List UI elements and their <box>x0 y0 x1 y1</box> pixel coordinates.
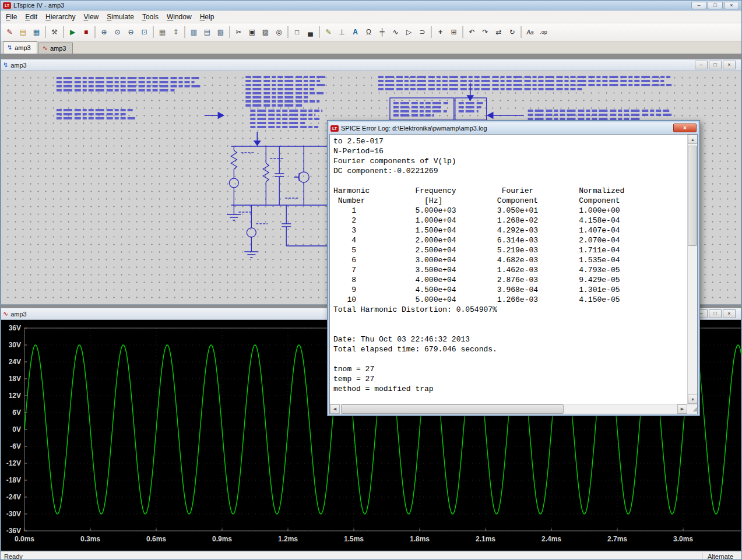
toolbar-separator[interactable] <box>94 26 96 38</box>
menu-item[interactable]: Window <box>163 11 196 23</box>
log-line: Date: Thu Oct 03 22:46:32 2013 <box>333 334 687 344</box>
log-line: Total Harmonic Distortion: 0.054907% <box>333 305 687 315</box>
resistor-icon[interactable]: Ω <box>362 26 375 38</box>
new-schematic-icon[interactable]: ✎ <box>3 26 16 38</box>
cascade-icon[interactable]: ▧ <box>214 26 227 38</box>
log-line: 7 3.500e+04 1.462e-03 4.793e-05 <box>333 265 687 275</box>
ltspice-logo-icon: LT <box>330 125 339 132</box>
scroll-right-icon[interactable]: ▶ <box>677 404 687 414</box>
print-icon[interactable]: ▄ <box>304 26 317 38</box>
halt-icon[interactable]: ■ <box>79 26 93 38</box>
toolbar-separator[interactable] <box>184 26 185 38</box>
save-icon[interactable]: ▦ <box>30 26 43 38</box>
mirror-icon[interactable]: ⇄ <box>492 26 505 38</box>
zoom-full-extents-icon[interactable]: ⊡ <box>138 26 151 38</box>
menu-item[interactable]: Tools <box>138 11 163 23</box>
waveform-restore-button[interactable]: □ <box>709 309 722 318</box>
window-controls: – □ × <box>691 2 739 9</box>
diode-icon[interactable]: ▷ <box>402 26 416 38</box>
vertical-scrollbar[interactable]: ▲ ▼ <box>687 135 697 404</box>
redo-icon[interactable]: ↷ <box>479 26 492 38</box>
svg-text:-18V: -18V <box>6 476 21 484</box>
horizontal-scroll-thumb[interactable] <box>341 404 564 414</box>
tab-amp3-schematic[interactable]: ↯ amp3 <box>3 41 37 54</box>
horizontal-scrollbar[interactable]: ◀ ▶ <box>330 404 687 414</box>
spice-directive-icon[interactable]: .op <box>537 26 550 38</box>
menu-item[interactable]: View <box>79 11 103 23</box>
error-log-body: to 2.5e-017N-Period=16Fourier components… <box>329 134 698 414</box>
log-line: 4 2.000e+04 6.314e-03 2.070e-04 <box>333 235 687 245</box>
error-log-titlebar[interactable]: LT SPICE Error Log: d:\Elektronika\pwmam… <box>329 122 698 134</box>
toolbar-separator[interactable] <box>462 26 463 38</box>
maximize-button[interactable]: □ <box>708 2 723 9</box>
undo-icon[interactable]: ↶ <box>465 26 479 38</box>
toolbar-separator[interactable] <box>63 26 64 38</box>
schematic-restore-button[interactable]: □ <box>709 61 722 69</box>
svg-text:-36V: -36V <box>6 527 21 535</box>
svg-text:0V: 0V <box>12 425 21 434</box>
tile-horizontal-icon[interactable]: ▤ <box>201 26 214 38</box>
grid-icon[interactable]: ▦ <box>156 26 169 38</box>
zoom-in-icon[interactable]: ⊕ <box>97 26 111 38</box>
log-line: 8 4.000e+04 2.876e-03 9.429e-05 <box>333 275 687 285</box>
menu-item[interactable]: File <box>2 11 21 23</box>
run-icon[interactable]: ▶ <box>66 26 79 38</box>
toolbar-separator[interactable] <box>319 26 320 38</box>
toolbar-separator[interactable] <box>287 26 289 38</box>
capacitor-icon[interactable]: ╪ <box>375 26 389 38</box>
toolbar-separator[interactable] <box>521 26 522 38</box>
schematic-minimize-button[interactable]: – <box>695 61 708 69</box>
cut-icon[interactable]: ✂ <box>232 26 245 38</box>
status-message: Ready <box>1 553 23 560</box>
toolbar-separator[interactable] <box>229 26 230 38</box>
log-line <box>333 176 687 186</box>
minimize-button[interactable]: – <box>691 2 706 9</box>
log-line: Harmonic Frequency Fourier Normalized <box>333 186 687 196</box>
open-icon[interactable]: ▤ <box>16 26 30 38</box>
toolbar-separator[interactable] <box>45 26 46 38</box>
find-icon[interactable]: ◎ <box>272 26 286 38</box>
schematic-close-button[interactable]: × <box>723 61 736 69</box>
status-bar: Ready Alternate <box>1 551 741 560</box>
scroll-down-icon[interactable]: ▼ <box>688 395 697 404</box>
schematic-window-titlebar[interactable]: ↯ amp3 – □ × <box>1 59 741 71</box>
error-log-close-button[interactable]: × <box>673 124 697 132</box>
close-button[interactable]: × <box>724 2 739 9</box>
menu-item[interactable]: Hierarchy <box>41 11 79 23</box>
tile-vertical-icon[interactable]: ▥ <box>187 26 201 38</box>
control-panel-icon[interactable]: ⚒ <box>48 26 61 38</box>
label-net-icon[interactable]: A <box>349 26 362 38</box>
copy-icon[interactable]: ▣ <box>245 26 259 38</box>
menu-item[interactable]: Help <box>196 11 219 23</box>
scroll-left-icon[interactable]: ◀ <box>330 404 340 414</box>
component-icon[interactable]: ⊃ <box>416 26 429 38</box>
tab-bar: ↯ amp3 ∿ amp3 <box>1 41 741 54</box>
paste-icon[interactable]: ▨ <box>259 26 272 38</box>
main-titlebar[interactable]: LT LTspice IV - amp3 – □ × <box>1 1 741 10</box>
log-line: tnom = 27 <box>333 364 687 374</box>
rotate-icon[interactable]: ↻ <box>505 26 519 38</box>
waveform-close-button[interactable]: × <box>723 309 736 318</box>
ground-icon[interactable]: ⊥ <box>335 26 349 38</box>
inductor-icon[interactable]: ∿ <box>389 26 402 38</box>
menu-item[interactable]: Simulate <box>103 11 138 23</box>
resize-grip[interactable]: ◢ <box>687 404 697 414</box>
move-icon[interactable]: + <box>434 26 447 38</box>
menu-item[interactable]: Edit <box>21 11 41 23</box>
zoom-back-icon[interactable]: ⊙ <box>111 26 124 38</box>
draw-wire-icon[interactable]: ✎ <box>322 26 335 38</box>
schematic-tab-icon: ↯ <box>7 44 12 51</box>
scroll-up-icon[interactable]: ▲ <box>688 135 697 144</box>
svg-text:30V: 30V <box>9 341 21 349</box>
toolbar-separator[interactable] <box>431 26 432 38</box>
log-line: Total elapsed time: 679.046 seconds. <box>333 344 687 354</box>
autorange-icon[interactable]: ⇕ <box>169 26 182 38</box>
svg-text:12V: 12V <box>9 392 21 400</box>
print-preview-icon[interactable]: □ <box>290 26 304 38</box>
toolbar-separator[interactable] <box>153 26 154 38</box>
drag-icon[interactable]: ⊞ <box>447 26 460 38</box>
tab-amp3-waveform[interactable]: ∿ amp3 <box>38 43 73 54</box>
vertical-scroll-thumb[interactable] <box>688 146 697 246</box>
zoom-out-icon[interactable]: ⊖ <box>124 26 138 38</box>
text-icon[interactable]: Aa <box>523 26 537 38</box>
